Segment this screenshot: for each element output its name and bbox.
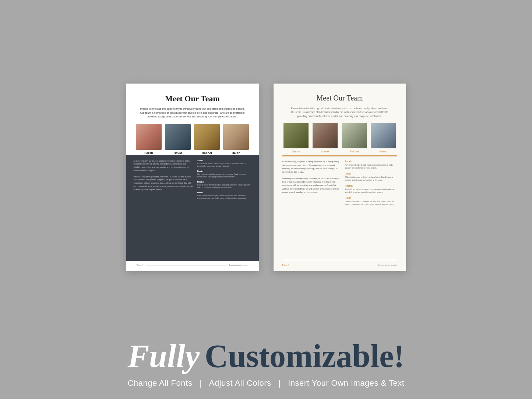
left-photo-david-img bbox=[165, 124, 191, 150]
right-footer-page: Page # bbox=[282, 264, 289, 266]
left-photo-rachel: Rachel bbox=[193, 124, 221, 155]
left-team-photos: Sarah David Rachel Helen bbox=[135, 124, 250, 155]
right-name-david: David bbox=[321, 150, 329, 153]
headline-word2: Customizable! bbox=[205, 340, 405, 372]
left-footer-page: Page # bbox=[137, 264, 144, 266]
left-photo-rachel-img bbox=[194, 124, 220, 150]
features-row: Change All Fonts | Adjust All Colors | I… bbox=[128, 378, 405, 388]
left-bio-name-helen: Helen bbox=[197, 191, 251, 194]
right-photo-sarah-img bbox=[283, 123, 309, 148]
right-body-col: At our company, we place a strong emphas… bbox=[282, 160, 340, 256]
right-body-text-2: Whether you have questions, concerns, or… bbox=[282, 177, 340, 194]
left-name-sarah: Sarah bbox=[144, 151, 153, 155]
left-bio-text-rachel: Rachel is our technical expert, bringing… bbox=[197, 184, 251, 189]
left-photo-helen-img bbox=[223, 124, 249, 150]
right-bio-name-rachel: Rachel bbox=[345, 184, 397, 187]
right-content-section: At our company, we place a strong emphas… bbox=[282, 160, 397, 256]
left-name-helen: Helen bbox=[232, 151, 240, 155]
right-photo-david-img bbox=[313, 123, 338, 148]
feature1-text: Change All Fonts bbox=[128, 378, 193, 388]
left-name-rachel: Rachel bbox=[202, 151, 212, 155]
feature2-text: Adjust All Colors bbox=[209, 378, 271, 388]
right-photo-rachel-img bbox=[342, 123, 367, 148]
left-body-col: At our company, we place a strong emphas… bbox=[134, 159, 193, 254]
left-footer-line bbox=[146, 265, 227, 265]
right-card-title: Meet Our Team bbox=[282, 94, 397, 102]
left-bio-text-sarah: As the team leader, Sarah brings years o… bbox=[197, 162, 251, 168]
right-photo-sarah: Sarah bbox=[282, 123, 310, 153]
left-footer-website: businessname.com bbox=[229, 264, 249, 266]
right-body-text-1: At our company, we place a strong emphas… bbox=[282, 160, 340, 174]
right-photo-rachel: Rachel bbox=[341, 123, 368, 153]
right-bio-text-helen: Helen is the team's organizational speci… bbox=[345, 200, 397, 206]
right-template-card: Meet Our Team Please let me take this op… bbox=[274, 84, 406, 271]
left-bio-text-helen: Helen is the team's organizational speci… bbox=[197, 194, 251, 200]
right-team-photos: Sarah David Rachel Helen bbox=[282, 123, 397, 156]
feature3-text: Insert Your Own Images & Text bbox=[288, 378, 404, 388]
bottom-section: Fully Customizable! Change All Fonts | A… bbox=[0, 340, 532, 399]
right-name-sarah: Sarah bbox=[292, 150, 300, 153]
right-footer-website: businessname.com bbox=[378, 264, 397, 266]
left-template-card: Meet Our Team Please let me take this op… bbox=[126, 84, 259, 271]
left-bio-text-david: With a background in design and marketin… bbox=[197, 173, 251, 179]
right-photo-helen-img bbox=[371, 123, 396, 148]
right-name-helen: Helen bbox=[380, 150, 387, 153]
right-bio-text-sarah: As the team leader, Sarah brings years o… bbox=[345, 163, 397, 169]
left-photo-sarah: Sarah bbox=[135, 124, 163, 155]
left-name-david: David bbox=[173, 151, 182, 155]
right-bio-text-rachel: Rachel is our technical expert, bringing… bbox=[345, 188, 397, 194]
left-dark-section: At our company, we place a strong emphas… bbox=[126, 155, 259, 261]
left-card-title: Meet Our Team bbox=[135, 94, 250, 103]
left-photo-helen: Helen bbox=[222, 124, 250, 155]
right-card-intro: Please let me take this opportunity to i… bbox=[282, 107, 397, 118]
right-photo-david: David bbox=[311, 123, 339, 153]
left-bio-name-sarah: Sarah bbox=[197, 159, 251, 162]
left-bio-name-david: David bbox=[197, 170, 251, 172]
right-bio-name-helen: Helen bbox=[345, 197, 397, 199]
right-bio-col: Sarah As the team leader, Sarah brings y… bbox=[345, 160, 397, 256]
right-card-footer: Page # businessname.com bbox=[282, 260, 397, 266]
left-photo-sarah-img bbox=[136, 124, 162, 150]
divider1: | bbox=[200, 378, 202, 388]
headline-row: Fully Customizable! bbox=[127, 340, 404, 372]
right-bio-name-david: David bbox=[345, 172, 397, 175]
left-card-intro: Please let me take this opportunity to i… bbox=[135, 107, 250, 119]
right-photo-helen: Helen bbox=[370, 123, 397, 153]
right-name-rachel: Rachel bbox=[350, 150, 359, 153]
right-bio-text-david: With a background in design and marketin… bbox=[345, 176, 397, 181]
right-bio-name-sarah: Sarah bbox=[345, 160, 397, 163]
left-photo-david: David bbox=[164, 124, 192, 155]
left-body-text-1: At our company, we place a strong emphas… bbox=[134, 159, 193, 172]
left-bio-name-rachel: Rachel bbox=[197, 181, 251, 183]
headline-word1: Fully bbox=[127, 340, 200, 372]
left-card-footer: Page # businessname.com bbox=[135, 261, 250, 266]
left-bio-col: Sarah As the team leader, Sarah brings y… bbox=[197, 159, 251, 254]
divider2: | bbox=[279, 378, 281, 388]
left-body-text-2: Whether you have questions, concerns, or… bbox=[134, 175, 193, 191]
main-area: Meet Our Team Please let me take this op… bbox=[0, 0, 532, 340]
